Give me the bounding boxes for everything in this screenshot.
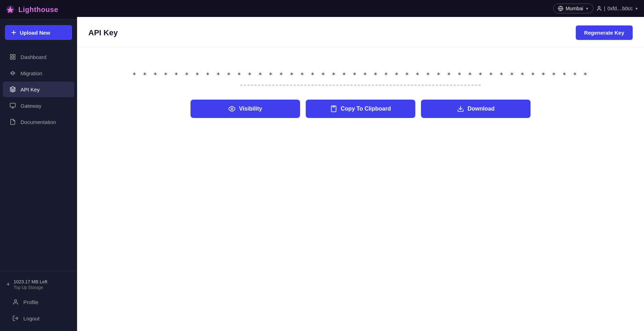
upload-new-label: Upload New <box>20 30 50 36</box>
api-key-section: * * * * * * * * * * * * * * * * * * * * … <box>77 47 644 132</box>
api-key-masked: * * * * * * * * * * * * * * * * * * * * … <box>133 69 589 81</box>
chevron-down-icon: ▼ <box>585 7 589 11</box>
top-up-storage-button[interactable]: + 1023.17 MB Left Top Up Storage <box>3 276 74 294</box>
network-label: Mumbai <box>566 6 583 11</box>
sidebar-item-gateway[interactable]: Gateway <box>3 98 74 113</box>
regenerate-key-button[interactable]: Regenerate Key <box>576 25 633 40</box>
sidebar-item-migration[interactable]: Migration <box>3 65 74 81</box>
action-buttons: Visibility Copy To Clipboard Download <box>187 100 534 118</box>
download-label: Download <box>468 106 494 112</box>
eye-icon <box>228 105 235 112</box>
sidebar-item-documentation[interactable]: Documentation <box>3 114 74 130</box>
visibility-button[interactable]: Visibility <box>191 100 300 118</box>
sidebar-item-documentation-label: Documentation <box>21 119 56 125</box>
sidebar-item-profile-label: Profile <box>23 299 39 305</box>
sidebar-item-profile[interactable]: Profile <box>6 294 71 310</box>
copy-label: Copy To Clipboard <box>341 106 391 112</box>
svg-rect-6 <box>10 54 12 56</box>
sidebar-item-logout[interactable]: Logout <box>6 311 71 326</box>
nav-menu: Dashboard Migration API Key Gateway <box>0 46 77 271</box>
sidebar-item-gateway-label: Gateway <box>21 103 41 109</box>
visibility-label: Visibility <box>239 106 262 112</box>
sidebar-item-dashboard-label: Dashboard <box>21 54 46 60</box>
svg-point-2 <box>598 6 600 8</box>
download-icon <box>457 105 464 112</box>
download-button[interactable]: Download <box>421 100 531 118</box>
upload-new-button[interactable]: Upload New <box>5 25 72 40</box>
copy-to-clipboard-button[interactable]: Copy To Clipboard <box>306 100 415 118</box>
logout-icon <box>12 315 19 322</box>
wallet-info[interactable]: | 0xfd....b0cc ▼ <box>596 6 638 11</box>
main-content: API Key Regenerate Key * * * * * * * * *… <box>77 17 644 331</box>
sidebar-item-api-key-label: API Key <box>21 87 40 93</box>
wallet-chevron-icon: ▼ <box>635 7 638 11</box>
svg-rect-10 <box>10 103 16 107</box>
wallet-address: | <box>604 6 605 11</box>
sidebar-header: Lighthouse <box>0 0 77 19</box>
profile-icon <box>12 299 19 306</box>
user-icon <box>596 6 602 11</box>
svg-point-13 <box>14 300 17 302</box>
sidebar-item-api-key[interactable]: API Key <box>3 82 74 97</box>
storage-mb-left: 1023.17 MB Left <box>14 279 47 284</box>
migration-icon <box>9 70 16 77</box>
lighthouse-logo-icon <box>6 5 15 14</box>
plus-icon <box>11 29 17 36</box>
topbar: Mumbai ▼ | 0xfd....b0cc ▼ <box>77 0 644 17</box>
plus-storage-icon: + <box>6 281 10 288</box>
gateway-icon <box>9 102 16 109</box>
svg-rect-7 <box>13 54 15 56</box>
network-selector[interactable]: Mumbai ▼ <box>553 4 593 13</box>
dashboard-icon <box>9 53 16 60</box>
sidebar-item-dashboard[interactable]: Dashboard <box>3 49 74 65</box>
app-title: Lighthouse <box>18 6 58 14</box>
wallet-address-value: 0xfd....b0cc <box>608 6 633 11</box>
clipboard-icon <box>330 105 337 112</box>
sidebar: Lighthouse Upload New Dashboard Migratio… <box>0 0 77 331</box>
api-key-underline <box>240 85 481 85</box>
svg-rect-8 <box>10 58 12 59</box>
documentation-icon <box>9 118 16 125</box>
globe-icon <box>558 6 563 11</box>
api-key-icon <box>9 86 16 93</box>
storage-text: 1023.17 MB Left Top Up Storage <box>14 279 47 290</box>
svg-point-15 <box>231 108 233 110</box>
svg-rect-17 <box>333 106 335 107</box>
page-header: API Key Regenerate Key <box>77 17 644 47</box>
sidebar-footer: + 1023.17 MB Left Top Up Storage Profile… <box>0 271 77 331</box>
page-title: API Key <box>88 28 118 37</box>
sidebar-item-migration-label: Migration <box>21 70 42 76</box>
storage-action-label: Top Up Storage <box>14 285 47 290</box>
sidebar-item-logout-label: Logout <box>23 315 40 321</box>
svg-rect-9 <box>13 58 15 59</box>
